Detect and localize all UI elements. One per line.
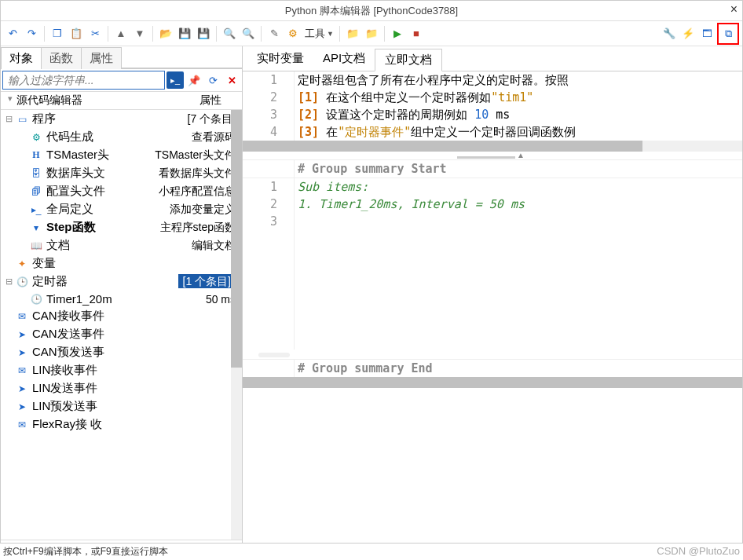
stop-icon[interactable]: ■ [408, 25, 425, 42]
close-icon[interactable]: × [730, 2, 738, 16]
right-tabs: 实时变量 API文档 立即文档 [243, 46, 742, 71]
refresh-icon[interactable]: ⟳ [204, 71, 221, 89]
var-icon: ✦ [15, 258, 29, 270]
gear-icon[interactable]: ⚙ [284, 25, 302, 42]
line-gutter: 1234 [243, 71, 285, 141]
tree-scrollbar[interactable] [231, 110, 242, 540]
clock-icon: 🕒 [15, 276, 29, 288]
resize-handle[interactable]: ▲ [243, 152, 742, 159]
redo-icon[interactable]: ↷ [23, 25, 40, 42]
tab-realtime-vars[interactable]: 实时变量 [247, 48, 313, 71]
sep [44, 26, 45, 42]
gear-icon: ⚙ [29, 131, 43, 144]
inbox-icon: ✉ [15, 310, 29, 323]
filter-input[interactable] [2, 71, 165, 90]
window-icon[interactable]: 🗔 [698, 25, 716, 42]
tree-col2: 属性 [199, 93, 237, 108]
tree[interactable]: ⊟ ▭ 程序 [7 个条目] ⚙ 代码生成 查看源码 H TSMaster头 T… [1, 110, 242, 540]
tree-col1: 源代码编辑器 [16, 93, 82, 108]
clear-filter-icon[interactable]: ✕ [223, 71, 240, 89]
tab-instant-doc[interactable]: 立即文档 [375, 49, 442, 71]
highlighted-button[interactable]: ⧉ [717, 23, 739, 45]
edit-icon[interactable]: ✎ [265, 25, 283, 42]
collapse-handle[interactable] [258, 353, 290, 357]
tree-row-tsmaster[interactable]: H TSMaster头 TSMaster头文件 [1, 146, 242, 164]
watermark: CSDN @PlutoZuo [657, 545, 740, 558]
tree-row-linpre[interactable]: ➤ LIN预发送事 [1, 397, 242, 415]
summary-editor[interactable]: 123 Sub items: 1. Timer1_20ms, Interval … [243, 178, 742, 350]
tree-row-linrx[interactable]: ✉ LIN接收事件 [1, 361, 242, 379]
chevron-down-icon: ▼ [327, 30, 334, 38]
tree-header: ▾ 源代码编辑器 属性 [1, 92, 242, 110]
titlebar: Python 脚本编辑器 [PythonCode3788] × [1, 1, 742, 21]
folder-icon[interactable]: 📁 [363, 25, 380, 42]
run-filter-icon[interactable]: ▸_ [167, 71, 184, 89]
sep [152, 26, 153, 42]
tree-row-step[interactable]: ▾ Step函数 主程序step函数 [1, 218, 242, 236]
tree-row-codegen[interactable]: ⚙ 代码生成 查看源码 [1, 128, 242, 146]
send-icon: ➤ [15, 346, 29, 359]
sep [261, 26, 262, 42]
send-icon: ➤ [15, 382, 29, 395]
header-icon: H [29, 149, 43, 162]
tree-row-doc[interactable]: 📖 文档 编辑文档 [1, 236, 242, 254]
tab-api-doc[interactable]: API文档 [313, 48, 375, 71]
left-tabs: 对象 函数 属性 [1, 46, 242, 69]
save-as-icon[interactable]: 💾 [195, 25, 212, 42]
export-icon[interactable]: ⧉ [719, 25, 737, 42]
footer-status: 按Ctrl+F9编译脚本，或F9直接运行脚本 CSDN @PlutoZuo [0, 543, 743, 560]
line-gutter: 123 [243, 178, 285, 350]
save-icon[interactable]: 💾 [176, 25, 193, 42]
tab-objects[interactable]: 对象 [1, 47, 42, 69]
db-icon: 🗄 [29, 167, 43, 180]
main-toolbar: ↶ ↷ ❐ 📋 ✂ ▲ ▼ 📂 💾 💾 🔍 🔍 ✎ ⚙ 工具 ▼ 📁 📁 ▶ ■… [1, 21, 742, 46]
tree-row-vars[interactable]: ✦ 变量 [1, 254, 242, 273]
tree-row-canrx[interactable]: ✉ CAN接收事件 [1, 307, 242, 325]
paste-icon[interactable]: 📋 [68, 25, 85, 42]
search-icon[interactable]: 🔍 [221, 25, 238, 42]
h-scrollbar[interactable] [243, 141, 742, 152]
tree-row-conf[interactable]: 🗐 配置头文件 小程序配置信息 [1, 182, 242, 200]
expand-icon[interactable]: ⊟ [4, 114, 13, 124]
sep [108, 26, 108, 42]
inbox-icon: ✉ [15, 364, 29, 377]
cut-icon[interactable]: ✂ [86, 25, 104, 42]
summary-end: # Group summary End [243, 359, 742, 377]
copy-icon[interactable]: ❐ [49, 25, 66, 42]
up-icon[interactable]: ▲ [112, 25, 130, 42]
send-icon: ➤ [15, 328, 29, 341]
pin-icon[interactable]: 📌 [185, 71, 203, 89]
doc-editor[interactable]: 1234 定时器组包含了所有在小程序中定义的定时器。按照 [1] 在这个组中定义… [243, 71, 742, 141]
tree-row-timer1[interactable]: 🕒 Timer1_20m 50 ms [1, 291, 242, 307]
undo-icon[interactable]: ↶ [4, 25, 21, 42]
tree-row-program[interactable]: ⊟ ▭ 程序 [7 个条目] [1, 110, 242, 128]
tab-properties[interactable]: 属性 [81, 47, 122, 69]
window-title: Python 脚本编辑器 [PythonCode3788] [285, 4, 458, 18]
tools-label: 工具 [305, 27, 325, 41]
sep [384, 26, 385, 42]
tree-row-flexray[interactable]: ✉ FlexRay接 收 [1, 415, 242, 434]
summary-header: # Group summary Start [243, 159, 742, 178]
tree-row-canpre[interactable]: ➤ CAN预发送事 [1, 343, 242, 361]
step-icon: ▾ [29, 221, 43, 234]
expand-icon[interactable]: ⊟ [4, 276, 13, 287]
tree-row-timer[interactable]: ⊟ 🕒 定时器 [1 个条目] [1, 273, 242, 291]
tree-row-db[interactable]: 🗄 数据库头文 看数据库头文件 [1, 164, 242, 182]
tab-functions[interactable]: 函数 [41, 47, 82, 69]
tree-row-lintx[interactable]: ➤ LIN发送事件 [1, 379, 242, 397]
clock-icon: 🕒 [29, 293, 43, 306]
tree-row-cantx[interactable]: ➤ CAN发送事件 [1, 325, 242, 343]
h-scrollbar[interactable] [243, 377, 742, 388]
tools-menu[interactable]: 工具 ▼ [303, 27, 335, 41]
search-next-icon[interactable]: 🔍 [240, 25, 257, 42]
folder-open-icon[interactable]: 📁 [344, 25, 361, 42]
bolt-icon[interactable]: ⚡ [679, 25, 697, 42]
book-icon: 📖 [29, 240, 43, 252]
wrench-icon[interactable]: 🔧 [661, 25, 678, 42]
tree-row-global[interactable]: ▸_ 全局定义 添加变量定义 [1, 200, 242, 218]
send-icon: ➤ [15, 401, 29, 413]
run-icon[interactable]: ▶ [389, 25, 406, 42]
down-icon[interactable]: ▼ [131, 25, 148, 42]
open-icon[interactable]: 📂 [157, 25, 174, 42]
global-icon: ▸_ [29, 203, 43, 216]
